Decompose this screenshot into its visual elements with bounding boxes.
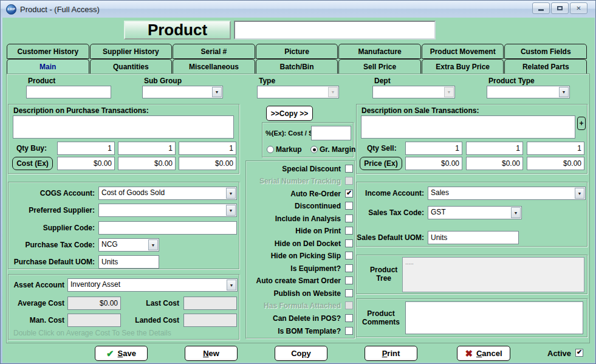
- auto-reorder-checkbox[interactable]: [345, 190, 353, 197]
- minimize-icon: [538, 9, 544, 11]
- maximize-button[interactable]: [551, 2, 569, 14]
- new-button[interactable]: New: [185, 346, 238, 361]
- gr-margin-radio[interactable]: [310, 146, 318, 153]
- man-cost-field: [67, 314, 121, 327]
- close-button[interactable]: ✕: [570, 2, 587, 14]
- checkbox-label: Discontinued: [295, 202, 341, 210]
- active-checkbox[interactable]: [575, 349, 583, 357]
- qty-sell-input-1[interactable]: [405, 142, 462, 155]
- hide-on-print-checkbox[interactable]: [345, 227, 353, 235]
- preferred-supplier-select[interactable]: ▼: [98, 204, 237, 217]
- checkbox-label: Hide on Picking Slip: [271, 252, 341, 260]
- can-delete-in-pos-checkbox[interactable]: [345, 314, 353, 322]
- copy-prices-button[interactable]: >>Copy >>: [266, 106, 313, 121]
- product-name-input[interactable]: [26, 86, 111, 98]
- checkbox-label: Include in Analysis: [275, 215, 341, 223]
- purchase-default-uom-input[interactable]: [98, 255, 159, 269]
- purchase-desc-textarea[interactable]: [13, 115, 234, 139]
- sale-desc-textarea[interactable]: [361, 115, 575, 139]
- average-cost-field[interactable]: [67, 297, 121, 310]
- average-cost-note: Double Click on Average Cost To See the …: [13, 329, 171, 337]
- qty-buy-input-1[interactable]: [57, 142, 115, 155]
- price-input-1[interactable]: [405, 157, 462, 170]
- qty-sell-input-3[interactable]: [527, 142, 584, 155]
- cost-input-3[interactable]: [179, 157, 236, 170]
- sales-default-uom-label: Sales Default UOM:: [357, 233, 424, 242]
- qty-buy-input-2[interactable]: [118, 142, 176, 155]
- include-in-analysis-checkbox[interactable]: [345, 215, 353, 222]
- option-row-serial-tracking: Serial Number Tracking: [248, 176, 353, 185]
- last-cost-label: Last Cost: [146, 299, 179, 307]
- tab-custom-fields[interactable]: Custom Fields: [504, 44, 587, 59]
- special-discount-checkbox[interactable]: [345, 165, 353, 173]
- purchase-tax-code-label: Purchase Tax Code:: [26, 241, 95, 249]
- cost-ex-button[interactable]: Cost (Ex): [12, 157, 53, 170]
- tab-related-parts[interactable]: Related Parts: [504, 59, 587, 74]
- purchase-accounts-panel: COGS Account: Cost of Goods Sold ▼ Prefe…: [8, 182, 239, 269]
- asset-account-select[interactable]: Inventory Asset ▼: [67, 278, 238, 292]
- cost-input-1[interactable]: [57, 157, 115, 170]
- tab-product-movement[interactable]: Product Movement: [422, 44, 504, 59]
- tab-supplier-history[interactable]: Supplier History: [90, 44, 173, 59]
- minimize-button[interactable]: [532, 2, 550, 14]
- tab-serial[interactable]: Serial #: [173, 44, 255, 59]
- product-code-input[interactable]: [234, 21, 436, 39]
- tab-picture[interactable]: Picture: [256, 44, 338, 59]
- tab-customer-history[interactable]: Customer History: [7, 44, 89, 59]
- price-input-3[interactable]: [527, 157, 584, 170]
- tab-extra-buy-price[interactable]: Extra Buy Price: [422, 59, 504, 74]
- sub-group-select[interactable]: ▼: [142, 86, 223, 98]
- preferred-supplier-label: Preferred Supplier:: [29, 206, 95, 215]
- copy-button[interactable]: Copy: [275, 346, 327, 361]
- checkbox-label: Publish on Website: [274, 289, 341, 298]
- chevron-down-icon: ▼: [511, 207, 521, 218]
- print-button[interactable]: Print: [365, 346, 417, 361]
- product-window: ERP Product - (Full Access) ✕ Product Cu…: [0, 0, 596, 364]
- tab-batch-bin[interactable]: Batch/Bin: [256, 59, 338, 74]
- qty-buy-input-3[interactable]: [179, 142, 236, 155]
- hide-on-picking-slip-checkbox[interactable]: [345, 252, 353, 259]
- product-comments-label: ProductComments: [362, 309, 400, 326]
- income-account-select[interactable]: Sales ▼: [428, 187, 586, 200]
- discontinued-checkbox[interactable]: [345, 202, 353, 210]
- chevron-down-icon: ▼: [444, 87, 454, 97]
- is-bom-template-checkbox[interactable]: [345, 327, 353, 335]
- product-tree-box[interactable]: .....: [402, 257, 584, 292]
- supplier-code-label: Supplier Code:: [43, 224, 95, 232]
- price-input-2[interactable]: [466, 157, 523, 170]
- publish-on-website-checkbox[interactable]: [345, 289, 353, 297]
- cogs-account-select[interactable]: Cost of Goods Sold ▼: [98, 187, 237, 200]
- qty-sell-input-2[interactable]: [466, 142, 523, 155]
- save-button[interactable]: ✔ Save: [95, 346, 148, 361]
- tab-sell-price[interactable]: Sell Price: [338, 59, 421, 74]
- tab-miscellaneous[interactable]: Miscellaneous: [173, 59, 255, 74]
- tab-quantities[interactable]: Quantities: [90, 59, 173, 74]
- price-ex-button[interactable]: Price (Ex): [360, 157, 402, 170]
- tab-manufacture[interactable]: Manufacture: [338, 44, 421, 59]
- tab-row-upper: Customer History Supplier History Serial…: [7, 44, 587, 59]
- auto-create-smart-order-checkbox[interactable]: [345, 276, 353, 284]
- purchase-tax-code-select[interactable]: NCG ▼: [98, 238, 159, 252]
- hide-on-del-docket-checkbox[interactable]: [345, 239, 353, 247]
- sales-default-uom-input[interactable]: [428, 231, 519, 244]
- supplier-code-input[interactable]: [98, 221, 237, 235]
- option-row-can-delete-pos: Can Delete in POS?: [248, 314, 353, 323]
- tab-main[interactable]: Main: [7, 59, 89, 74]
- markup-radio-label: Markup: [276, 145, 302, 154]
- markup-radio[interactable]: [267, 146, 274, 153]
- purchase-desc-label: Description on Purchase Transactions:: [13, 106, 149, 115]
- purchase-panel: Description on Purchase Transactions: Qt…: [8, 104, 239, 174]
- percent-input[interactable]: [311, 126, 351, 140]
- cost-input-2[interactable]: [118, 157, 176, 170]
- chevron-down-icon: ▼: [328, 87, 338, 97]
- sales-tax-code-select[interactable]: GST ▼: [428, 206, 522, 219]
- option-row-hide-picking-slip: Hide on Picking Slip: [248, 251, 353, 260]
- product-comments-textarea[interactable]: [405, 301, 583, 334]
- expand-description-button[interactable]: +: [577, 117, 586, 130]
- cancel-button[interactable]: ✖ Cancel: [457, 346, 510, 361]
- product-type-select[interactable]: ▼: [487, 86, 570, 98]
- average-cost-label: Average Cost: [18, 299, 64, 307]
- is-equipment-checkbox[interactable]: [345, 264, 353, 272]
- option-row-formula-attached: Has Formula Attached: [248, 301, 353, 310]
- checkbox-label: Special Discount: [282, 165, 341, 173]
